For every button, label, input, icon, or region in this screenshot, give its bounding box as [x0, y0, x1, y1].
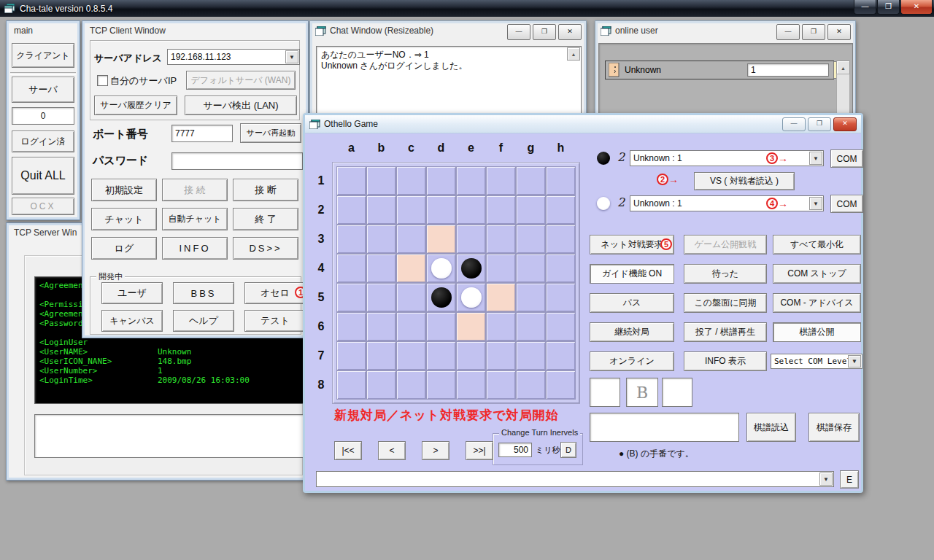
help-button[interactable]: ヘルプ: [173, 310, 234, 332]
online-minimize-button[interactable]: —: [776, 24, 800, 40]
chat-close-button[interactable]: ✕: [558, 24, 582, 40]
othello-close-button[interactable]: ✕: [833, 117, 857, 131]
test-button[interactable]: テスト: [244, 310, 306, 332]
user-list-item[interactable]: Unknown 1 >: [605, 61, 834, 79]
board-cell-g4[interactable]: [516, 254, 546, 283]
board-cell-h8[interactable]: [546, 370, 576, 400]
auto-chat-button[interactable]: 自動チャット: [162, 208, 228, 230]
board-cell-f3[interactable]: [486, 225, 516, 254]
board-cell-d3[interactable]: [426, 225, 456, 254]
move-input-combo[interactable]: ▼: [316, 471, 834, 487]
board-cell-c8[interactable]: [396, 370, 426, 400]
board-cell-g1[interactable]: [516, 166, 546, 195]
connect-button[interactable]: 接 続: [162, 179, 228, 201]
default-server-button[interactable]: デフォルトサーバ (WAN): [186, 71, 296, 90]
board-cell-b2[interactable]: [366, 195, 396, 225]
com-stop-button[interactable]: COM ストップ: [773, 264, 861, 284]
app-maximize-button[interactable]: ❐: [877, 0, 900, 15]
server-detect-lan-button[interactable]: サーバ検出 (LAN): [185, 96, 297, 115]
board-cell-c3[interactable]: [396, 225, 426, 254]
board-cell-g7[interactable]: [516, 341, 546, 370]
nav-prev-button[interactable]: <: [378, 441, 406, 460]
white-player-combo[interactable]: Unknown : 1 4→ ▼: [630, 195, 824, 211]
board-cell-c5[interactable]: [396, 283, 426, 312]
server-message-box[interactable]: [34, 414, 306, 458]
board-cell-h5[interactable]: [546, 283, 576, 312]
board-cell-e8[interactable]: [456, 370, 486, 400]
userlist-scroll-up-icon[interactable]: ▲: [836, 61, 850, 75]
e-button[interactable]: E: [840, 470, 859, 489]
chat-button[interactable]: チャット: [91, 208, 157, 230]
nav-last-button[interactable]: >>|: [466, 441, 493, 460]
undo-button[interactable]: 待った: [684, 264, 767, 284]
board-cell-a8[interactable]: [336, 370, 366, 400]
server-address-combo[interactable]: 192.168.11.123 ▼: [167, 49, 300, 65]
port-field[interactable]: 7777: [171, 125, 233, 142]
board-cell-b6[interactable]: [366, 312, 396, 341]
server-history-clear-button[interactable]: サーバ履歴クリア: [94, 96, 177, 115]
ocx-button[interactable]: OCX: [12, 198, 74, 215]
spectate-button[interactable]: ゲーム公開観戦: [684, 235, 767, 254]
continue-game-button[interactable]: 継続対局: [590, 322, 674, 342]
board-cell-c4[interactable]: [396, 254, 426, 283]
board-cell-a5[interactable]: [336, 283, 366, 312]
kifu-save-button[interactable]: 棋譜保存: [808, 413, 860, 442]
scroll-up-icon[interactable]: ▲: [567, 47, 580, 61]
interval-d-button[interactable]: D: [560, 442, 576, 458]
login-status-button[interactable]: ログイン済: [12, 131, 74, 152]
board-cell-e5[interactable]: [456, 283, 486, 312]
log-button[interactable]: ログ: [91, 237, 157, 260]
board-cell-h3[interactable]: [546, 225, 576, 254]
nav-first-button[interactable]: |<<: [334, 441, 362, 460]
black-com-button[interactable]: COM: [830, 149, 863, 168]
net-match-request-button[interactable]: ネット対戦要求 5: [590, 235, 674, 254]
nav-next-button[interactable]: >: [422, 441, 449, 460]
kifu-public-button[interactable]: 棋譜公開: [773, 322, 861, 342]
board-cell-b5[interactable]: [366, 283, 396, 312]
vs-load-opponent-button[interactable]: VS ( 対戦者読込 ): [694, 172, 795, 190]
online-maximize-button[interactable]: ❐: [802, 24, 825, 40]
kifu-filename-field[interactable]: [590, 413, 739, 442]
com-advice-button[interactable]: COM - アドバイス: [773, 293, 861, 313]
disconnect-button[interactable]: 接 断: [233, 179, 298, 201]
board-cell-b8[interactable]: [366, 370, 396, 400]
chevron-down-icon[interactable]: ▼: [848, 355, 861, 368]
kifu-load-button[interactable]: 棋譜読込: [746, 413, 796, 442]
board-cell-f1[interactable]: [486, 166, 516, 195]
board-cell-g3[interactable]: [516, 225, 546, 254]
board-cell-a1[interactable]: [336, 166, 366, 195]
board-cell-f2[interactable]: [486, 195, 516, 225]
board-cell-d7[interactable]: [426, 341, 456, 370]
guide-on-button[interactable]: ガイド機能 ON: [590, 264, 674, 284]
info-display-button[interactable]: INFO 表示: [684, 351, 767, 371]
black-player-combo[interactable]: Unknown : 1 3→ ▼: [630, 150, 824, 166]
board-cell-f8[interactable]: [486, 370, 516, 400]
password-field[interactable]: [171, 152, 303, 170]
board-cell-e1[interactable]: [456, 166, 486, 195]
board-cell-h1[interactable]: [546, 166, 576, 195]
board-cell-f4[interactable]: [486, 254, 516, 283]
white-com-button[interactable]: COM: [830, 195, 863, 213]
init-settings-button[interactable]: 初期設定: [91, 179, 157, 201]
board-cell-g8[interactable]: [516, 370, 546, 400]
chevron-down-icon[interactable]: ▼: [809, 152, 822, 165]
chevron-down-icon[interactable]: ▼: [809, 197, 822, 210]
board-cell-e3[interactable]: [456, 225, 486, 254]
board-cell-d2[interactable]: [426, 195, 456, 225]
bbs-button[interactable]: BBS: [173, 282, 234, 304]
board-cell-g5[interactable]: [516, 283, 546, 312]
online-button[interactable]: オンライン: [590, 351, 674, 371]
ds-button[interactable]: DS>>: [233, 237, 298, 260]
board-cell-h6[interactable]: [546, 312, 576, 341]
info-button[interactable]: INFO: [162, 237, 228, 260]
board-cell-b3[interactable]: [366, 225, 396, 254]
quit-all-button[interactable]: Quit ALL: [12, 157, 74, 195]
server-restart-button[interactable]: サーバ再起動: [240, 123, 301, 143]
board-cell-b4[interactable]: [366, 254, 396, 283]
board-cell-h7[interactable]: [546, 341, 576, 370]
interval-field[interactable]: 500: [498, 443, 532, 457]
board-cell-a7[interactable]: [336, 341, 366, 370]
chevron-down-icon[interactable]: ▼: [819, 472, 833, 486]
board-cell-b1[interactable]: [366, 166, 396, 195]
othello-maximize-button[interactable]: ❐: [808, 117, 831, 131]
